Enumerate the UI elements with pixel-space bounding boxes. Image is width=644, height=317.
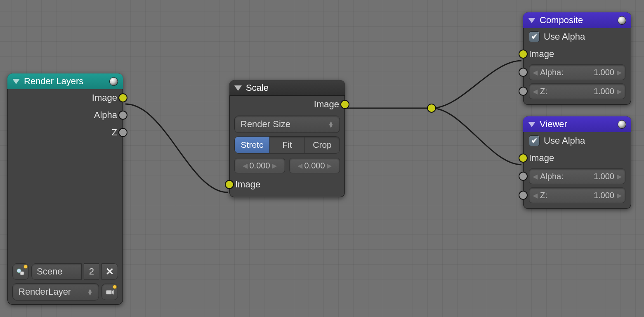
alpha-input[interactable]: ◀ Alpha: 1.000 ▶ xyxy=(529,64,625,80)
collapse-triangle-icon[interactable] xyxy=(528,18,535,23)
chevron-right-icon: ▶ xyxy=(617,69,622,76)
node-title: Composite xyxy=(540,15,583,26)
scene-count-text: 2 xyxy=(89,266,94,277)
alpha-input[interactable]: ◀ Alpha: 1.000 ▶ xyxy=(529,168,625,184)
chevron-left-icon: ◀ xyxy=(533,88,538,95)
use-alpha-row: ✔ Use Alpha xyxy=(523,132,631,149)
chevron-left-icon: ◀ xyxy=(533,192,538,199)
socket-label: Image xyxy=(314,99,339,110)
output-socket-image: Image xyxy=(7,89,123,106)
socket-dot[interactable] xyxy=(225,180,234,189)
socket-label: Image xyxy=(92,92,117,103)
use-alpha-label: Use Alpha xyxy=(544,135,585,146)
socket-dot[interactable] xyxy=(519,87,528,96)
output-socket-z: Z xyxy=(7,124,123,141)
socket-dot[interactable] xyxy=(118,128,127,137)
chevron-right-icon: ▶ xyxy=(617,173,622,180)
node-title: Render Layers xyxy=(24,76,83,87)
svg-marker-3 xyxy=(112,290,114,295)
render-button[interactable] xyxy=(101,284,118,300)
socket-dot[interactable] xyxy=(519,154,528,163)
socket-dot[interactable] xyxy=(118,93,127,102)
scene-name-input[interactable]: Scene xyxy=(31,263,82,280)
field-label: Alpha: xyxy=(540,172,564,181)
node-titlebar[interactable]: Render Layers xyxy=(7,73,123,89)
renderlayer-select[interactable]: RenderLayer ▲▼ xyxy=(12,283,99,300)
node-viewer[interactable]: Viewer ✔ Use Alpha Image ◀ Alpha: 1.000 … xyxy=(523,116,631,209)
scale-value-a-input[interactable]: ◀0.000▶ xyxy=(234,158,285,173)
preview-sphere-icon[interactable] xyxy=(618,120,626,129)
socket-label: Alpha xyxy=(94,110,117,121)
node-render-layers[interactable]: Render Layers Image Alpha Z Scene 2 ✕ Re… xyxy=(7,73,123,305)
input-socket-image: Image xyxy=(523,149,631,167)
node-titlebar[interactable]: Viewer xyxy=(523,116,631,132)
node-title: Viewer xyxy=(540,119,567,130)
value-text: 0.000 xyxy=(249,161,270,170)
option-stretch[interactable]: Stretc xyxy=(235,137,270,153)
select-carets-icon: ▲▼ xyxy=(328,121,334,128)
use-alpha-checkbox[interactable]: ✔ xyxy=(529,135,540,146)
scene-users-count[interactable]: 2 xyxy=(84,263,99,280)
field-value: 1.000 xyxy=(594,191,614,200)
scale-mode-text: Render Size xyxy=(241,119,290,130)
socket-dot[interactable] xyxy=(340,100,349,109)
node-composite[interactable]: Composite ✔ Use Alpha Image ◀ Alpha: 1.0… xyxy=(523,12,631,105)
chevron-left-icon: ◀ xyxy=(533,173,538,180)
field-label: Z: xyxy=(540,191,547,200)
socket-dot[interactable] xyxy=(519,191,528,200)
input-socket-image: Image xyxy=(229,176,345,193)
collapse-triangle-icon[interactable] xyxy=(12,79,20,84)
value-text: 0.000 xyxy=(304,161,325,170)
option-fit[interactable]: Fit xyxy=(270,137,305,153)
socket-label: Image xyxy=(235,179,260,190)
plus-badge-icon xyxy=(113,285,117,289)
chevron-left-icon: ◀ xyxy=(297,162,302,170)
use-alpha-checkbox[interactable]: ✔ xyxy=(529,31,540,42)
chevron-right-icon: ▶ xyxy=(272,162,277,170)
plus-badge-icon xyxy=(24,265,28,269)
node-scale[interactable]: Scale Image Render Size ▲▼ Stretc Fit Cr… xyxy=(229,80,345,197)
chevron-right-icon: ▶ xyxy=(617,192,622,199)
scene-unlink-button[interactable]: ✕ xyxy=(101,263,118,280)
z-input[interactable]: ◀ Z: 1.000 ▶ xyxy=(529,83,625,99)
field-value: 1.000 xyxy=(594,68,614,77)
node-titlebar[interactable]: Scale xyxy=(229,80,345,96)
output-socket-alpha: Alpha xyxy=(7,106,123,124)
scene-selector-row: Scene 2 ✕ xyxy=(12,263,118,280)
preview-sphere-icon[interactable] xyxy=(618,16,626,25)
fit-mode-segmented: Stretc Fit Crop xyxy=(234,136,340,154)
chevron-left-icon: ◀ xyxy=(533,69,538,76)
layer-selector-row: RenderLayer ▲▼ xyxy=(12,283,118,300)
opt-label: Crop xyxy=(313,140,332,150)
z-input[interactable]: ◀ Z: 1.000 ▶ xyxy=(529,187,625,203)
socket-label: Image xyxy=(529,49,554,59)
scene-browse-button[interactable] xyxy=(12,263,29,280)
input-socket-alpha: ◀ Alpha: 1.000 ▶ xyxy=(523,167,631,186)
node-titlebar[interactable]: Composite xyxy=(523,12,631,28)
field-label: Alpha: xyxy=(540,68,564,77)
socket-dot[interactable] xyxy=(118,111,127,120)
field-value: 1.000 xyxy=(594,172,614,181)
socket-dot[interactable] xyxy=(519,50,528,59)
input-socket-alpha: ◀ Alpha: 1.000 ▶ xyxy=(523,63,631,82)
svg-rect-2 xyxy=(106,290,112,294)
field-value: 1.000 xyxy=(594,87,614,96)
collapse-triangle-icon[interactable] xyxy=(528,122,535,127)
input-socket-z: ◀ Z: 1.000 ▶ xyxy=(523,186,631,205)
scene-name-text: Scene xyxy=(37,266,62,277)
socket-label: Z xyxy=(112,127,117,138)
socket-label: Image xyxy=(529,153,554,163)
chevron-right-icon: ▶ xyxy=(327,162,332,170)
scale-value-b-input[interactable]: ◀0.000▶ xyxy=(289,158,340,173)
socket-dot[interactable] xyxy=(519,172,528,181)
option-crop[interactable]: Crop xyxy=(305,137,340,153)
input-socket-z: ◀ Z: 1.000 ▶ xyxy=(523,82,631,101)
use-alpha-label: Use Alpha xyxy=(544,31,585,42)
scale-mode-select[interactable]: Render Size ▲▼ xyxy=(234,116,340,133)
preview-sphere-icon[interactable] xyxy=(109,77,118,86)
socket-dot[interactable] xyxy=(519,68,528,77)
scale-values-row: ◀0.000▶ ◀0.000▶ xyxy=(234,158,340,173)
output-socket-image: Image xyxy=(229,96,345,113)
collapse-triangle-icon[interactable] xyxy=(234,85,242,91)
use-alpha-row: ✔ Use Alpha xyxy=(523,28,631,45)
